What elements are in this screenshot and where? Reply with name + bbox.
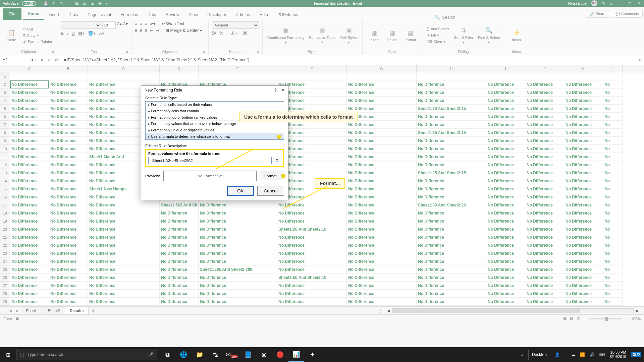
cell[interactable]: No (603, 298, 623, 306)
rule-formula-input[interactable] (148, 157, 272, 164)
row-header[interactable]: 6 (0, 113, 10, 121)
cell[interactable]: No Difference (347, 161, 417, 169)
cell[interactable]: No Difference (277, 233, 347, 241)
bold-button[interactable]: B (61, 31, 64, 36)
qat-icon[interactable]: ▣ (91, 1, 94, 6)
cell[interactable]: No Difference (49, 257, 88, 265)
cell[interactable]: No Difference (49, 161, 88, 169)
cell[interactable]: No (603, 113, 623, 121)
cell[interactable]: No Difference (564, 105, 603, 113)
cell[interactable]: No Difference (417, 282, 486, 290)
cell[interactable]: No Difference (525, 241, 564, 249)
cell[interactable]: No Difference (10, 274, 49, 282)
row-header[interactable]: 4 (0, 97, 10, 105)
cell[interactable]: No (603, 233, 623, 241)
cell[interactable]: No Difference (525, 153, 564, 161)
cell[interactable]: No Difference (10, 88, 49, 97)
task-view-icon[interactable]: ⧉ (160, 347, 175, 362)
indent-inc-icon[interactable]: ⇥ (156, 28, 159, 33)
tray-cloud-icon[interactable]: ☁ (571, 352, 575, 357)
row-header[interactable]: 8 (0, 129, 10, 137)
cell[interactable]: No Difference (10, 298, 49, 306)
row-header[interactable]: 22 (0, 241, 10, 249)
cell[interactable]: No Difference (49, 241, 88, 249)
cell[interactable]: No Difference (49, 129, 88, 137)
chevron-down-icon[interactable]: ▼ (31, 58, 34, 62)
cell[interactable]: No Difference (160, 209, 199, 217)
row-header[interactable]: 27 (0, 282, 10, 290)
cell[interactable]: No Difference (277, 282, 347, 290)
formula-bar[interactable]: =IF(Sheet1!A2<>Sheet2!A2, "Sheet1:" & Sh… (61, 58, 635, 62)
align-top-icon[interactable]: ≡ (135, 21, 137, 26)
cell[interactable]: No Difference (277, 241, 347, 249)
cell[interactable] (49, 72, 88, 80)
insert-cells-button[interactable]: ▦Insert (366, 28, 382, 43)
explorer-icon[interactable]: 📁 (192, 347, 207, 362)
cell[interactable]: No Difference (49, 88, 88, 97)
decrease-font-icon[interactable]: A▾ (123, 21, 128, 29)
cell[interactable]: No Difference (564, 233, 603, 241)
tab-page-layout[interactable]: Page Layout (83, 9, 116, 20)
row-header[interactable]: 15 (0, 185, 10, 193)
cell[interactable]: No Difference (486, 169, 525, 177)
row-header[interactable]: 21 (0, 233, 10, 241)
cell[interactable]: No Difference (49, 113, 88, 121)
touch-icon[interactable]: ✎ (602, 1, 605, 6)
cell[interactable]: No Difference (10, 185, 49, 193)
cell[interactable]: No Difference (486, 185, 525, 193)
cell[interactable]: No (603, 217, 623, 225)
cell[interactable]: No Difference (199, 290, 277, 298)
cell[interactable]: No (603, 290, 623, 298)
font-color-icon[interactable]: A▾ (99, 31, 104, 36)
taskbar-search[interactable]: ◯ Type here to search 🎤 (16, 349, 157, 360)
cell[interactable]: No Difference (417, 217, 486, 225)
row-header[interactable]: 5 (0, 105, 10, 113)
autosum-button[interactable]: ∑AutoSum ▾ (425, 26, 450, 32)
indent-dec-icon[interactable]: ⇤ (150, 28, 153, 33)
row-header[interactable]: 16 (0, 193, 10, 201)
column-header[interactable]: J (525, 65, 564, 72)
tell-me-search[interactable]: 🔍Search (428, 15, 462, 20)
cell[interactable]: Sheet1:30 And Sheet2:20 (417, 201, 486, 209)
cell[interactable]: No Difference (564, 209, 603, 217)
row-header[interactable]: 10 (0, 145, 10, 153)
cell[interactable]: No (603, 97, 623, 105)
cell[interactable]: No Difference (486, 80, 525, 88)
cell[interactable]: No Difference (564, 169, 603, 177)
cell[interactable]: No Difference (417, 185, 486, 193)
cell[interactable]: No Difference (347, 201, 417, 209)
rule-type-item[interactable]: Format only unique or duplicate values (146, 127, 284, 133)
cell[interactable]: No Difference (564, 185, 603, 193)
cell[interactable]: No Difference (347, 290, 417, 298)
name-box[interactable]: A2▼ (0, 58, 37, 62)
cell[interactable] (525, 72, 564, 80)
column-header[interactable]: D (160, 65, 199, 72)
row-header[interactable]: 2 (0, 80, 10, 88)
cell[interactable]: No Difference (417, 233, 486, 241)
cell[interactable]: No Difference (49, 97, 88, 105)
cell[interactable]: No Difference (49, 298, 88, 306)
cell[interactable]: No (603, 193, 623, 201)
comments-button[interactable]: 💬 Comments (612, 10, 643, 18)
horizontal-scrollbar[interactable] (392, 308, 634, 313)
cell[interactable] (564, 72, 603, 80)
tab-home[interactable]: Home (23, 8, 44, 20)
cell[interactable]: No Difference (347, 225, 417, 233)
cell[interactable]: No Difference (417, 241, 486, 249)
cell[interactable]: No Difference (525, 105, 564, 113)
row-header[interactable]: 7 (0, 121, 10, 129)
cell[interactable]: No Difference (10, 113, 49, 121)
cell[interactable]: No Difference (525, 249, 564, 257)
cell[interactable]: No Difference (347, 282, 417, 290)
cell[interactable]: No Difference (49, 282, 88, 290)
cell[interactable]: No Difference (49, 177, 88, 185)
cell[interactable]: No Difference (525, 282, 564, 290)
column-header[interactable]: L (603, 65, 623, 72)
cell[interactable]: No Difference (564, 257, 603, 265)
find-select-button[interactable]: 🔍Find & Select ▾ (477, 25, 501, 45)
cell[interactable] (88, 72, 160, 80)
cell[interactable]: No Difference (160, 282, 199, 290)
cell[interactable]: No Difference (199, 217, 277, 225)
row-header[interactable]: 14 (0, 177, 10, 185)
cell[interactable]: No Difference (160, 274, 199, 282)
